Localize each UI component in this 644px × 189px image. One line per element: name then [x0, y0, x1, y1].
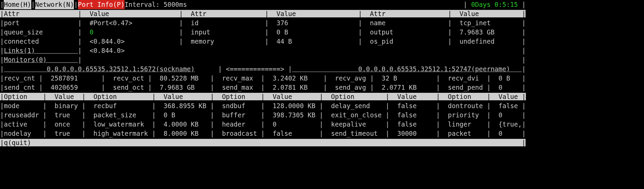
option-row: |reuseaddr | true | packet_size | 0 B | …	[0, 111, 644, 120]
opt-name: reuseaddr	[4, 111, 43, 119]
attr-name: output	[370, 28, 448, 36]
stat-value: 32 B	[382, 74, 436, 82]
links-row: |Links(1) | <0.844.0> |	[0, 46, 644, 55]
opt-value: {true,	[499, 120, 522, 128]
stat-value: 2.0781 KB	[273, 84, 323, 91]
stat-value: 7.9683 GB	[160, 84, 210, 91]
stat-value: 2587891	[51, 74, 101, 82]
stat-value: 0	[499, 84, 522, 91]
col-value: Value	[499, 93, 522, 100]
col-option: Option	[94, 93, 152, 100]
opt-name: active	[4, 120, 43, 128]
opt-value: false	[499, 102, 522, 110]
col-attr: Attr	[370, 10, 448, 17]
stat-value: 4020659	[51, 84, 101, 91]
nav-home[interactable]: Home(H)	[4, 0, 31, 9]
stat-name: send_oct	[113, 84, 148, 91]
opt-value: 0	[273, 120, 319, 128]
interval-label: Interval:	[125, 0, 163, 9]
socket-line: | 0.0.0.0.0.65535.32512.1:5672(sockname)…	[0, 64, 644, 74]
opt-value: 128.0000 KB	[273, 102, 319, 110]
attr-header-row: |Attr | Value | Attr | Value | Attr | Va…	[0, 9, 644, 18]
nav-spacer	[187, 0, 463, 9]
attr-row: |connected | <0.844.0> | memory | 44 B |…	[0, 37, 644, 46]
attr-name: Links(1)	[4, 47, 78, 54]
opt-value: 0	[499, 130, 522, 137]
opt-name: nodelay	[4, 130, 43, 137]
opt-value: false	[397, 120, 436, 128]
opt-value: 4.0000 KB	[164, 120, 210, 128]
opt-name: linger	[448, 120, 487, 128]
col-attr: Attr	[191, 10, 265, 17]
option-row: |nodelay | true | high_watermark | 8.000…	[0, 129, 644, 138]
opt-value: 398.7305 KB	[273, 111, 319, 119]
col-value: Value	[276, 10, 358, 17]
opt-value: 8.0000 KB	[164, 130, 210, 137]
col-value: Value	[54, 93, 82, 100]
stat-value: 0 B	[499, 74, 522, 82]
opt-name: header	[222, 120, 261, 128]
opt-name: recbuf	[94, 102, 152, 110]
option-header-row: |Option | Value | Option | Value | Optio…	[0, 92, 644, 101]
attr-value	[90, 56, 522, 63]
stat-name: send_avg	[335, 84, 370, 91]
monitors-row: |Monitors(0) | |	[0, 55, 644, 64]
attr-value: 7.9683 GB	[460, 28, 522, 36]
col-value: Value	[90, 10, 179, 17]
opt-value: false	[273, 130, 319, 137]
pipe: |	[31, 1, 35, 8]
col-value: Value	[397, 93, 436, 100]
attr-value: #Port<0.47>	[90, 19, 179, 27]
attr-name: name	[370, 19, 448, 27]
col-value: Value	[164, 93, 210, 100]
quit-hint[interactable]: q(quit)	[4, 139, 521, 146]
attr-value: 44 B	[276, 38, 358, 45]
peername: 0.0.0.0.0.65535.32512.1:52747(peername)	[358, 65, 510, 73]
opt-name: mode	[4, 102, 43, 110]
col-value: Value	[460, 10, 522, 17]
stat-value: 80.5228 MB	[160, 74, 210, 82]
opt-value: true	[54, 130, 82, 137]
opt-name: keepalive	[331, 120, 386, 128]
pipe: |	[518, 1, 526, 8]
opt-name: dontroute	[448, 102, 487, 110]
col-option: Option	[4, 93, 43, 100]
uptime: 0Days 0:5:15	[471, 0, 518, 9]
opt-value: 0 B	[164, 111, 210, 119]
attr-value: 0 B	[276, 28, 358, 36]
attr-name: Monitors(0)	[4, 56, 78, 63]
opt-value: 0	[499, 111, 522, 119]
stat-value: 2.0771 KB	[382, 84, 436, 91]
stat-name: recv_dvi	[448, 74, 487, 82]
attr-name: connected	[4, 38, 78, 45]
opt-name: low_watermark	[94, 120, 152, 128]
nav-port-info[interactable]: Port Info(P)	[78, 0, 125, 9]
stat-name: recv_cnt	[4, 74, 39, 82]
stat-name: recv_max	[222, 74, 261, 82]
attr-value: <0.844.0>	[90, 38, 179, 45]
option-row: |mode | binary | recbuf | 368.8955 KB | …	[0, 101, 644, 111]
col-option: Option	[448, 93, 487, 100]
attr-value: <0.844.0>	[90, 47, 522, 54]
attr-name: port	[4, 19, 78, 27]
opt-name: priority	[448, 111, 487, 119]
opt-name: packet_size	[94, 111, 152, 119]
opt-name: sndbuf	[222, 102, 261, 110]
footer-row: |q(quit) |	[0, 138, 644, 147]
attr-name: input	[191, 28, 265, 36]
attr-row: |port | #Port<0.47> | id | 376 | name | …	[0, 18, 644, 28]
stat-name: recv_avg	[335, 74, 370, 82]
col-attr: Attr	[4, 10, 78, 17]
stat-name: send_cnt	[4, 84, 39, 91]
opt-name: broadcast	[222, 130, 261, 137]
pipe: |	[463, 1, 471, 8]
stat-name: send_pend	[448, 84, 487, 91]
attr-name: queue_size	[4, 28, 78, 36]
net-row: |send_cnt | 4020659 | send_oct | 7.9683 …	[0, 83, 644, 92]
opt-value: false	[397, 102, 436, 110]
net-row: |recv_cnt | 2587891 | recv_oct | 80.5228…	[0, 74, 644, 83]
opt-value: true	[54, 111, 82, 119]
col-option: Option	[331, 93, 386, 100]
opt-name: packet	[448, 130, 487, 137]
nav-network[interactable]: Network(N)	[35, 0, 74, 9]
